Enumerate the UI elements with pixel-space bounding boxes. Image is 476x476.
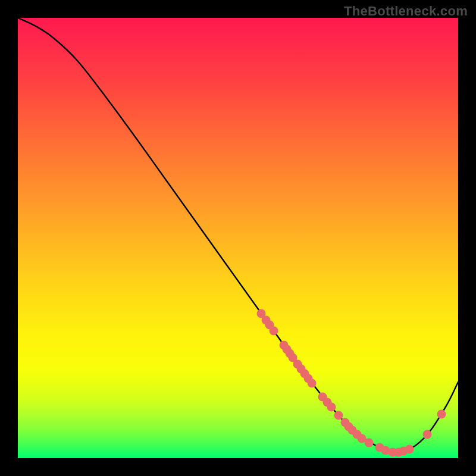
data-dot [423, 430, 432, 439]
data-dot [280, 341, 289, 350]
data-dot [405, 445, 414, 454]
data-dot [304, 374, 313, 383]
data-dot [389, 448, 397, 457]
data-dot [353, 430, 362, 439]
data-dot [437, 410, 446, 419]
data-dot [327, 403, 336, 412]
bottleneck-curve [18, 18, 458, 452]
data-dot [297, 365, 306, 374]
data-dot [399, 447, 408, 456]
data-dot [262, 316, 271, 325]
data-dot [270, 327, 278, 336]
data-dot [300, 369, 309, 378]
curve-svg [18, 18, 458, 458]
data-dot [345, 422, 353, 431]
data-dot [365, 439, 374, 447]
data-dot [358, 434, 367, 443]
chart-area [18, 18, 458, 458]
data-dot [257, 309, 266, 318]
data-dot [265, 321, 274, 330]
data-dot [289, 353, 298, 362]
data-dot [348, 426, 357, 435]
data-dot [394, 448, 403, 457]
data-dot [334, 411, 343, 420]
data-dot [318, 393, 327, 402]
data-dot [286, 349, 295, 358]
data-dots [257, 309, 446, 457]
data-dot [293, 360, 302, 369]
watermark-text: TheBottleneck.com [344, 4, 468, 19]
data-dot [375, 443, 384, 452]
data-dot [308, 379, 317, 388]
data-dot [283, 345, 292, 354]
data-dot [323, 398, 332, 407]
data-dot [381, 446, 390, 455]
data-dot [341, 418, 350, 427]
